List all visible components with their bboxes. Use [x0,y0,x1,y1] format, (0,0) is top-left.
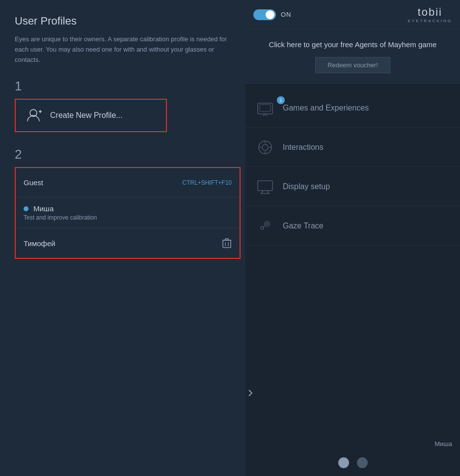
pagination-dot-2[interactable] [357,457,368,468]
toggle-knob [266,10,274,19]
svg-rect-11 [260,105,271,112]
games-icon-wrap: 1 [255,98,283,118]
create-profile-label: Create New Profile... [50,111,123,120]
page-description: Eyes are unique to their owners. A separ… [15,34,231,65]
toggle-bar: ON tobii EYETRACKING [245,0,460,29]
svg-point-25 [266,223,268,225]
menu-item-display[interactable]: Display setup [245,167,460,206]
games-label: Games and Experiences [283,104,369,112]
right-panel: ON tobii EYETRACKING Click here to get y… [245,0,460,476]
tobii-brand-text: tobii [418,6,442,19]
current-user-name: Миша [434,440,452,448]
profile-name-guest: Guest [24,178,43,187]
display-label: Display setup [283,182,330,191]
voucher-text: Click here to get your free Agents of Ma… [269,39,437,51]
svg-rect-20 [258,181,272,191]
profile-item-misha[interactable]: Миша Test and improve calibration [16,197,240,228]
redeem-button[interactable]: Redeem voucher! [315,57,390,73]
active-dot-misha [24,206,28,211]
profile-subtitle-misha: Test and improve calibration [24,214,97,221]
profile-left-timofei: Тимофей [24,239,55,248]
profile-item-guest[interactable]: Guest CTRL+SHIFT+F10 [16,168,240,197]
step1-label: 1 [15,79,231,94]
page-title: User Profiles [15,15,231,28]
profile-left-guest: Guest [24,178,43,187]
svg-line-21 [261,191,263,194]
left-panel: User Profiles Eyes are unique to their o… [0,0,245,476]
menu-item-games[interactable]: 1 Games and Experiences [245,88,460,128]
display-icon [255,177,275,196]
svg-line-22 [267,191,269,194]
svg-rect-3 [223,240,231,248]
user-display: Миша [245,438,460,449]
pagination [245,449,460,476]
interactions-label: Interactions [283,143,324,152]
toggle-label: ON [281,11,292,18]
menu-item-interactions[interactable]: Interactions [245,128,460,167]
add-user-icon [26,107,43,124]
toggle-switch[interactable] [253,9,276,20]
tobii-logo: tobii EYETRACKING [408,6,452,23]
voucher-section[interactable]: Click here to get your free Agents of Ma… [245,29,460,84]
interactions-icon [255,138,275,157]
svg-point-26 [261,226,264,229]
profile-item-timofei[interactable]: Тимофей [16,228,240,258]
games-icon [255,98,275,118]
nav-arrow[interactable] [245,388,255,398]
tobii-brand-sub: EYETRACKING [408,19,452,23]
profile-left-misha: Миша Test and improve calibration [24,204,97,221]
gaze-label: Gaze Trace [283,222,324,230]
delete-icon-timofei[interactable] [222,238,232,249]
svg-point-15 [262,144,268,150]
menu-section: 1 Games and Experiences Interactions [245,84,460,438]
pagination-dot-1[interactable] [338,457,349,468]
menu-item-gaze[interactable]: Gaze Trace [245,206,460,246]
games-badge: 1 [277,96,285,104]
step2-label: 2 [15,147,231,162]
profile-name-misha: Миша [33,204,54,213]
create-profile-button[interactable]: Create New Profile... [15,99,167,132]
profile-name-timofei: Тимофей [24,239,55,248]
profile-shortcut-guest: CTRL+SHIFT+F10 [182,179,232,186]
profiles-list: Guest CTRL+SHIFT+F10 Миша Test and impro… [15,167,241,259]
profile-row-misha: Миша [24,204,54,213]
profile-row-guest: Guest [24,178,43,187]
gaze-icon [255,216,275,236]
